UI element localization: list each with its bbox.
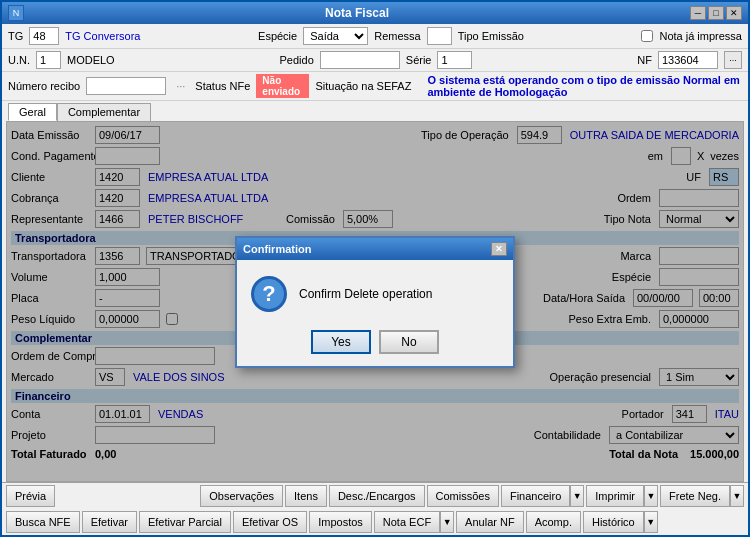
un-input[interactable] bbox=[36, 51, 61, 69]
footer-row-2: Busca NFE Efetivar Efetivar Parcial Efet… bbox=[2, 509, 748, 535]
pedido-label: Pedido bbox=[280, 54, 314, 66]
financeiro-btn[interactable]: Financeiro bbox=[501, 485, 570, 507]
frete-neg-btn[interactable]: Frete Neg. bbox=[660, 485, 730, 507]
nf-dots-btn[interactable]: ··· bbox=[724, 51, 742, 69]
tg-input[interactable] bbox=[29, 27, 59, 45]
remessa-input[interactable] bbox=[427, 27, 452, 45]
modal-question-icon: ? bbox=[251, 276, 287, 312]
previa-btn[interactable]: Prévia bbox=[6, 485, 55, 507]
nota-impressa-label: Nota já impressa bbox=[659, 30, 742, 42]
window-title: Nota Fiscal bbox=[24, 6, 690, 20]
modal-overlay: Confirmation ✕ ? Confirm Delete operatio… bbox=[7, 122, 743, 481]
imprimir-arrow-btn[interactable]: ▼ bbox=[644, 485, 658, 507]
comissoes-btn[interactable]: Comissões bbox=[427, 485, 499, 507]
tg-name: TG Conversora bbox=[65, 30, 140, 42]
footer-row-1: Prévia Observações Itens Desc./Encargos … bbox=[2, 483, 748, 509]
tipo-emissao-label: Tipo Emissão bbox=[458, 30, 524, 42]
modal-title-bar: Confirmation ✕ bbox=[237, 238, 513, 260]
numero-recibo-input[interactable] bbox=[86, 77, 166, 95]
un-label: U.N. bbox=[8, 54, 30, 66]
efetivar-os-btn[interactable]: Efetivar OS bbox=[233, 511, 307, 533]
nota-ecf-btn[interactable]: Nota ECF bbox=[374, 511, 440, 533]
efetivar-parcial-btn[interactable]: Efetivar Parcial bbox=[139, 511, 231, 533]
window-icon: N bbox=[8, 5, 24, 21]
modal-message: Confirm Delete operation bbox=[299, 287, 432, 301]
busca-nfe-btn[interactable]: Busca NFE bbox=[6, 511, 80, 533]
modal-close-btn[interactable]: ✕ bbox=[491, 242, 507, 256]
modal-body: ? Confirm Delete operation bbox=[237, 260, 513, 324]
desc-encargos-btn[interactable]: Desc./Encargos bbox=[329, 485, 425, 507]
nf-input[interactable] bbox=[658, 51, 718, 69]
minimize-btn[interactable]: ─ bbox=[690, 6, 706, 20]
pedido-input[interactable] bbox=[320, 51, 400, 69]
window-controls: ─ □ ✕ bbox=[690, 6, 742, 20]
close-btn[interactable]: ✕ bbox=[726, 6, 742, 20]
title-bar: N Nota Fiscal ─ □ ✕ bbox=[2, 2, 748, 24]
impostos-btn[interactable]: Impostos bbox=[309, 511, 372, 533]
serie-label: Série bbox=[406, 54, 432, 66]
especie-select[interactable]: Saída bbox=[303, 27, 368, 45]
serie-input[interactable] bbox=[437, 51, 472, 69]
maximize-btn[interactable]: □ bbox=[708, 6, 724, 20]
itens-btn[interactable]: Itens bbox=[285, 485, 327, 507]
sistema-operando-text: O sistema está operando com o tipo de em… bbox=[427, 74, 742, 98]
modal-title-text: Confirmation bbox=[243, 243, 311, 255]
nota-ecf-arrow-btn[interactable]: ▼ bbox=[440, 511, 454, 533]
tab-complementar[interactable]: Complementar bbox=[57, 103, 151, 121]
acomp-btn[interactable]: Acomp. bbox=[526, 511, 581, 533]
anular-nf-btn[interactable]: Anular NF bbox=[456, 511, 524, 533]
nao-enviado-badge: Não enviado bbox=[256, 74, 309, 98]
footer: Prévia Observações Itens Desc./Encargos … bbox=[2, 482, 748, 535]
observacoes-btn[interactable]: Observações bbox=[200, 485, 283, 507]
imprimir-btn[interactable]: Imprimir bbox=[586, 485, 644, 507]
efetivar-btn[interactable]: Efetivar bbox=[82, 511, 137, 533]
tg-label: TG bbox=[8, 30, 23, 42]
remessa-label: Remessa bbox=[374, 30, 420, 42]
confirmation-modal: Confirmation ✕ ? Confirm Delete operatio… bbox=[235, 236, 515, 368]
situacao-sefaz-label: Situação na SEFAZ bbox=[315, 80, 411, 92]
especie-label: Espécie bbox=[258, 30, 297, 42]
financeiro-arrow-btn[interactable]: ▼ bbox=[570, 485, 584, 507]
nf-label: NF bbox=[637, 54, 652, 66]
nota-impressa-checkbox[interactable] bbox=[641, 30, 653, 42]
modelo-label: MODELO bbox=[67, 54, 115, 66]
modal-yes-btn[interactable]: Yes bbox=[311, 330, 371, 354]
main-window: N Nota Fiscal ─ □ ✕ TG TG Conversora Esp… bbox=[0, 0, 750, 537]
historico-arrow-btn[interactable]: ▼ bbox=[644, 511, 658, 533]
numero-recibo-label: Número recibo bbox=[8, 80, 80, 92]
historico-btn[interactable]: Histórico bbox=[583, 511, 644, 533]
tab-geral[interactable]: Geral bbox=[8, 103, 57, 121]
frete-neg-arrow-btn[interactable]: ▼ bbox=[730, 485, 744, 507]
modal-no-btn[interactable]: No bbox=[379, 330, 439, 354]
status-nfe-label: Status NFe bbox=[195, 80, 250, 92]
modal-buttons: Yes No bbox=[237, 324, 513, 366]
